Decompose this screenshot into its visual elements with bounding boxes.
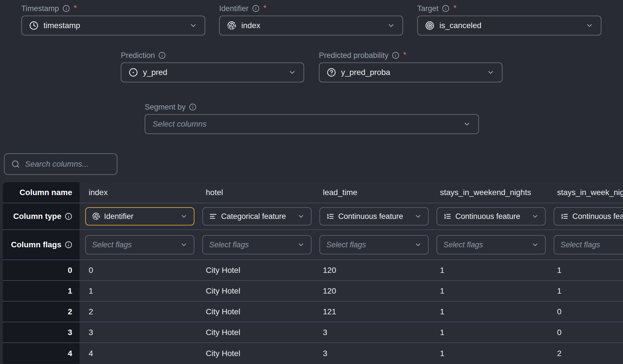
- chevron-down-icon: [297, 241, 305, 248]
- select-flags-placeholder: Select flags: [209, 240, 249, 249]
- chevron-down-icon: [387, 22, 395, 30]
- cell-value: 0: [80, 260, 197, 280]
- chevron-down-icon: [288, 68, 296, 76]
- target-select[interactable]: is_canceled: [417, 16, 601, 35]
- cell-value: 0: [548, 322, 623, 342]
- column-type-select[interactable]: Continuous feature: [319, 207, 429, 225]
- identifier-label: Identifier *: [219, 2, 403, 15]
- column-flags-cell: Select flags: [197, 230, 314, 260]
- required-asterisk: *: [403, 50, 406, 59]
- column-type-cell: Identifier: [80, 203, 197, 229]
- select-flags-placeholder: Select flags: [326, 240, 366, 249]
- info-icon[interactable]: [442, 5, 449, 12]
- row-header-text: Column type: [13, 212, 61, 221]
- info-icon[interactable]: [189, 103, 196, 111]
- fingerprint-icon: [227, 21, 236, 30]
- selected-value: is_canceled: [439, 21, 481, 30]
- column-type-cell: Continuous feature: [548, 203, 623, 229]
- cell-value: 1: [548, 281, 623, 301]
- segment-by-label: Segment by: [145, 101, 479, 113]
- info-icon[interactable]: [65, 213, 72, 220]
- required-asterisk: *: [453, 3, 456, 12]
- column-name-header: Column name: [3, 182, 80, 203]
- select-flags[interactable]: Select flags: [319, 235, 429, 254]
- row-index: 4: [3, 343, 80, 364]
- column-type-cell: Continuous feature: [314, 203, 431, 229]
- column-type-select[interactable]: Categorical feature: [202, 207, 312, 225]
- column-type-select[interactable]: Identifier: [85, 207, 194, 225]
- continuous-icon: [326, 212, 334, 220]
- model-setup-page: Timestamp * timestamp Identifier * index…: [0, 0, 623, 364]
- table-row: 00City Hotel12011: [3, 260, 623, 281]
- info-icon[interactable]: [252, 5, 259, 12]
- selected-value: timestamp: [43, 21, 80, 30]
- clock-icon: [29, 21, 38, 30]
- field-label-text: Timestamp: [21, 4, 59, 13]
- cell-value: 2: [80, 302, 197, 322]
- predicted-probability-label: Predicted probability *: [319, 49, 502, 62]
- column-type-value: Continuous feature: [572, 212, 623, 221]
- chevron-down-icon: [414, 241, 422, 248]
- info-icon[interactable]: [158, 52, 166, 59]
- cell-value: 2: [548, 343, 623, 364]
- column-type-cell: Categorical feature: [197, 203, 314, 229]
- cell-value: City Hotel: [197, 260, 314, 280]
- info-icon[interactable]: [392, 52, 399, 59]
- info-icon[interactable]: [65, 241, 72, 248]
- select-flags-placeholder: Select flags: [443, 240, 483, 249]
- column-type-value: Identifier: [104, 212, 134, 221]
- columns-table: Column name indexhotellead_timestays_in_…: [3, 182, 623, 364]
- cell-value: 1: [431, 260, 548, 280]
- field-label-text: Target: [417, 4, 439, 13]
- help-circle-icon: [327, 68, 336, 77]
- selected-value: y_pred_proba: [341, 68, 390, 77]
- select-flags[interactable]: Select flags: [85, 235, 194, 254]
- select-flags[interactable]: Select flags: [202, 235, 312, 254]
- table-row: 22City Hotel12110: [3, 302, 623, 322]
- predicted-probability-select[interactable]: y_pred_proba: [319, 62, 502, 82]
- select-placeholder: Select columns: [153, 120, 207, 129]
- select-flags[interactable]: Select flags: [554, 235, 623, 254]
- cell-value: 4: [80, 343, 197, 364]
- chevron-down-icon: [180, 213, 188, 220]
- cell-value: 120: [314, 260, 431, 280]
- identifier-select[interactable]: index: [219, 16, 403, 35]
- table-body: 00City Hotel1201111City Hotel1201122City…: [3, 260, 623, 364]
- search-box: [4, 153, 117, 175]
- column-type-select[interactable]: Continuous feature: [437, 207, 546, 225]
- cell-value: 1: [80, 281, 197, 301]
- table-row: 11City Hotel12011: [3, 281, 623, 302]
- cell-value: 0: [548, 302, 623, 322]
- continuous-icon: [560, 212, 568, 220]
- timestamp-select[interactable]: timestamp: [21, 16, 205, 35]
- field-label-text: Segment by: [145, 103, 186, 112]
- cell-value: 1: [431, 343, 548, 364]
- segment-by-select[interactable]: Select columns: [145, 114, 479, 134]
- column-flags-header: Column flags: [3, 230, 80, 260]
- table-row: 44City Hotel312: [3, 343, 623, 364]
- field-label-text: Predicted probability: [319, 51, 389, 60]
- column-type-cell: Continuous feature: [431, 203, 548, 229]
- prediction-label: Prediction: [121, 49, 304, 62]
- column-flags-cell: Select flags: [314, 230, 431, 260]
- info-icon[interactable]: [63, 5, 70, 12]
- cell-value: City Hotel: [197, 281, 314, 301]
- column-type-value: Categorical feature: [221, 212, 286, 221]
- chevron-down-icon: [487, 68, 495, 76]
- target-icon: [425, 21, 434, 30]
- prediction-select[interactable]: y_pred: [121, 62, 304, 82]
- column-flags-cell: Select flags: [431, 230, 548, 260]
- identifier-field: Identifier * index: [219, 2, 403, 35]
- row-index: 1: [3, 281, 80, 301]
- chevron-down-icon: [189, 22, 197, 30]
- select-flags[interactable]: Select flags: [437, 235, 546, 254]
- chevron-down-icon: [414, 213, 422, 220]
- search-input[interactable]: [25, 160, 128, 169]
- cell-value: 120: [314, 281, 431, 301]
- cell-value: 1: [431, 322, 548, 342]
- row-index: 2: [3, 302, 80, 322]
- chevron-down-icon: [585, 22, 593, 30]
- chevron-down-icon: [180, 241, 188, 248]
- column-type-select[interactable]: Continuous feature: [554, 207, 623, 225]
- chevron-down-icon: [531, 213, 539, 220]
